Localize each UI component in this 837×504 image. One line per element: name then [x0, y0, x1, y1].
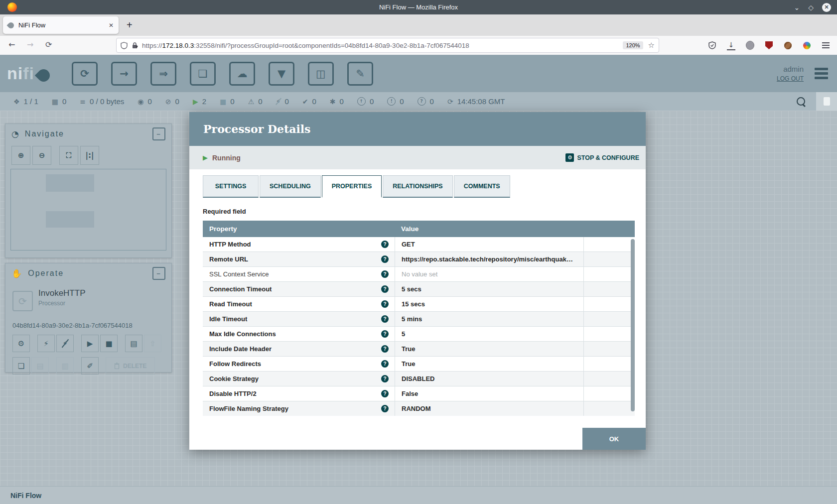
new-tab-button[interactable]: +: [127, 19, 133, 31]
input-port-icon[interactable]: →: [111, 62, 137, 86]
zoom-fit-button[interactable]: ⛶: [59, 146, 78, 165]
property-row[interactable]: FlowFile Naming Strategy ? RANDOM: [203, 401, 635, 416]
property-row[interactable]: HTTP Method ? GET: [203, 237, 635, 252]
status-last-refresh[interactable]: ⟳ 14:45:08 GMT: [447, 97, 505, 106]
property-row[interactable]: SSL Context Service ? No value set: [203, 267, 635, 282]
extension-mask-icon[interactable]: [746, 41, 754, 50]
tab-comments[interactable]: COMMENTS: [454, 175, 510, 198]
tab-settings[interactable]: SETTINGS: [203, 175, 259, 198]
help-icon[interactable]: ?: [381, 330, 389, 338]
tab-close-icon[interactable]: ✕: [109, 22, 114, 29]
remote-process-group-icon[interactable]: ☁: [229, 62, 255, 86]
zoom-level-badge[interactable]: 120%: [623, 41, 643, 49]
help-icon[interactable]: ?: [381, 375, 389, 382]
tab-relationships[interactable]: RELATIONSHIPS: [383, 175, 452, 198]
save-template-button[interactable]: ▤: [125, 335, 142, 352]
extension-ublock-icon[interactable]: [765, 41, 773, 50]
property-value[interactable]: True: [395, 342, 583, 356]
window-close-icon[interactable]: ✕: [822, 3, 831, 12]
help-icon[interactable]: ?: [381, 285, 389, 293]
window-maximize-icon[interactable]: ◇: [808, 4, 814, 11]
property-value[interactable]: DISABLED: [395, 372, 583, 386]
help-icon[interactable]: ?: [381, 315, 389, 323]
property-value[interactable]: False: [395, 386, 583, 401]
enable-button[interactable]: ⚡: [37, 335, 55, 352]
tracking-shield-icon[interactable]: [121, 42, 128, 49]
funnel-icon[interactable]: ▼: [269, 62, 294, 86]
process-group-icon[interactable]: ❏: [190, 62, 216, 86]
property-row[interactable]: Max Idle Connections ? 5: [203, 327, 635, 342]
property-value[interactable]: No value set: [395, 267, 583, 281]
lock-warning-icon[interactable]: [132, 42, 138, 49]
start-button[interactable]: ▶: [81, 335, 99, 352]
property-row[interactable]: Cookie Strategy ? DISABLED: [203, 372, 635, 386]
help-icon[interactable]: ?: [381, 345, 389, 353]
paste-button[interactable]: ▤: [31, 357, 49, 375]
help-icon[interactable]: ?: [381, 405, 389, 412]
property-row[interactable]: Follow Redirects ? True: [203, 357, 635, 372]
help-icon[interactable]: ?: [381, 241, 389, 248]
menu-icon[interactable]: [822, 41, 830, 50]
property-value[interactable]: RANDOM: [395, 401, 583, 416]
downloads-icon[interactable]: ↓: [727, 41, 735, 50]
window-minimize-icon[interactable]: ⌄: [794, 4, 800, 11]
logout-link[interactable]: LOG OUT: [777, 75, 804, 82]
tab-scheduling[interactable]: SCHEDULING: [260, 175, 321, 198]
help-icon[interactable]: ?: [381, 390, 389, 397]
property-row[interactable]: Read Timeout ? 15 secs: [203, 297, 635, 312]
copy-button[interactable]: ❏: [12, 357, 30, 375]
stop-and-configure-button[interactable]: ⚙ STOP & CONFIGURE: [565, 153, 639, 162]
output-port-icon[interactable]: ⇒: [150, 62, 176, 86]
property-value[interactable]: https://repo.stackable.tech/repository/m…: [395, 252, 583, 266]
extension-colorful-icon[interactable]: [803, 41, 811, 50]
url-bar[interactable]: https://172.18.0.3:32558/nifi/?processGr…: [116, 38, 659, 53]
navigate-collapse-button[interactable]: −: [152, 127, 165, 140]
property-value[interactable]: GET: [395, 237, 583, 252]
tab-properties[interactable]: PROPERTIES: [322, 175, 382, 198]
bulletin-panel-toggle[interactable]: [816, 92, 837, 111]
property-row[interactable]: Include Date Header ? True: [203, 342, 635, 357]
help-icon[interactable]: ?: [381, 270, 389, 278]
property-value[interactable]: True: [395, 357, 583, 371]
property-row[interactable]: Disable HTTP/2 ? False: [203, 386, 635, 401]
delete-button[interactable]: DELETE: [106, 357, 155, 375]
template-icon[interactable]: ◫: [308, 62, 334, 86]
help-icon[interactable]: ?: [381, 360, 389, 368]
forward-button[interactable]: →: [27, 40, 33, 49]
birdseye-minimap[interactable]: [10, 169, 166, 251]
zoom-actual-button[interactable]: |:|: [80, 146, 99, 165]
help-icon[interactable]: ?: [381, 300, 389, 308]
property-value[interactable]: 5 mins: [395, 312, 583, 326]
zoom-in-button[interactable]: ⊕: [11, 146, 30, 165]
configuration-button[interactable]: ⚙: [12, 335, 30, 352]
property-row[interactable]: Idle Timeout ? 5 mins: [203, 312, 635, 327]
label-icon[interactable]: ✎: [347, 62, 373, 86]
global-menu-icon[interactable]: [815, 68, 828, 79]
property-value[interactable]: 5 secs: [395, 282, 583, 296]
disabled-icon: ⚡: [276, 98, 281, 105]
reload-button[interactable]: ⟳: [45, 40, 52, 49]
extension-cookie-icon[interactable]: [784, 41, 792, 50]
operate-collapse-button[interactable]: −: [152, 267, 165, 280]
processor-icon[interactable]: ⟳: [72, 62, 98, 86]
search-icon[interactable]: [797, 97, 805, 106]
property-value[interactable]: 5: [395, 327, 583, 341]
change-color-button[interactable]: ▥: [56, 357, 74, 375]
stop-button[interactable]: ■: [100, 335, 118, 352]
ok-button[interactable]: OK: [582, 428, 646, 450]
disable-button[interactable]: ⚡: [56, 335, 74, 352]
upload-template-button[interactable]: ⇧: [144, 335, 161, 352]
property-value[interactable]: 15 secs: [395, 297, 583, 311]
table-scrollbar[interactable]: [631, 239, 635, 411]
property-row[interactable]: Connection Timeout ? 5 secs: [203, 282, 635, 297]
browser-tab[interactable]: NiFi Flow ✕: [3, 16, 119, 34]
back-button[interactable]: ←: [8, 40, 15, 49]
property-row[interactable]: Remote URL ? https://repo.stackable.tech…: [203, 252, 635, 267]
refresh-icon[interactable]: ⟳: [447, 98, 453, 105]
bookmark-star-icon[interactable]: ☆: [648, 41, 655, 50]
protections-shield-icon[interactable]: [708, 41, 716, 50]
brush-button[interactable]: ✐: [81, 357, 99, 375]
breadcrumb[interactable]: NiFi Flow: [10, 492, 41, 500]
help-icon[interactable]: ?: [381, 255, 389, 263]
zoom-out-button[interactable]: ⊖: [32, 146, 51, 165]
